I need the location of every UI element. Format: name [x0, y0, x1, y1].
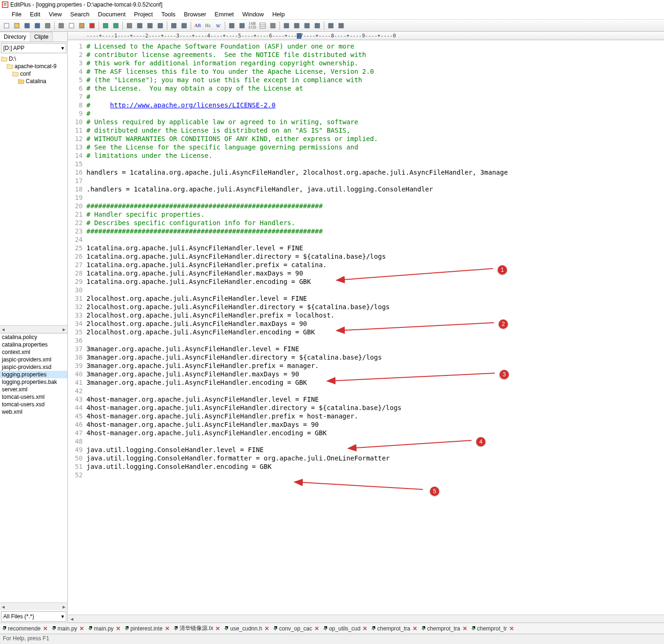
- file-tomcat-users.xml[interactable]: tomcat-users.xml: [0, 393, 67, 401]
- find-next-button[interactable]: [135, 21, 144, 30]
- undo-button[interactable]: [101, 21, 110, 30]
- find-button[interactable]: [125, 21, 134, 30]
- open-file-button[interactable]: [12, 21, 21, 30]
- menu-file[interactable]: File: [7, 10, 26, 19]
- drive-selector[interactable]: [D:] APP ▾: [1, 43, 66, 53]
- browser-button[interactable]: [336, 21, 346, 30]
- ruler-button[interactable]: [326, 21, 336, 30]
- svg-rect-7: [35, 23, 40, 28]
- close-tab-icon[interactable]: ✕: [215, 625, 220, 632]
- doc-tab-chemprot_tr[interactable]: chemprot_tr✕: [469, 624, 516, 633]
- toolbar: ABHxW1ABLCD: [0, 20, 664, 32]
- new-file-button[interactable]: [2, 21, 11, 30]
- tab-directory[interactable]: Directory: [0, 32, 30, 42]
- doc-tab-conv_op_cac[interactable]: conv_op_cac✕: [271, 624, 321, 633]
- editor-h-scrollbar[interactable]: ◄: [68, 615, 664, 623]
- svg-rect-9: [59, 23, 64, 28]
- w-web-button[interactable]: W: [214, 21, 223, 30]
- menu-document[interactable]: Document: [94, 10, 130, 19]
- doc-tab-main.py[interactable]: main.py✕: [50, 624, 86, 633]
- redo-button[interactable]: [111, 21, 121, 30]
- close-tab-icon[interactable]: ✕: [264, 625, 269, 632]
- folder-D[interactable]: D:\: [1, 55, 66, 63]
- code-editor[interactable]: # Licensed to the Apache Software Founda…: [86, 40, 664, 615]
- outdent-button[interactable]: [237, 21, 247, 30]
- delete-button[interactable]: [87, 21, 97, 30]
- menu-search[interactable]: Search: [66, 10, 93, 19]
- file-server.xml[interactable]: server.xml: [0, 386, 67, 393]
- copy-button[interactable]: [67, 21, 76, 30]
- replace-button[interactable]: [145, 21, 155, 30]
- file-web.xml[interactable]: web.xml: [0, 408, 67, 416]
- hx-hex-button[interactable]: Hx: [203, 21, 213, 30]
- filelist-scrollbar[interactable]: ◄►: [0, 602, 67, 610]
- save-button[interactable]: [22, 21, 32, 30]
- close-tab-icon[interactable]: ✕: [314, 625, 319, 632]
- file-list[interactable]: catalina.policycatalina.propertiescontex…: [0, 333, 67, 602]
- print-button[interactable]: [43, 21, 52, 30]
- title-bar: EditPlus - [logging.properties - D:\apac…: [0, 0, 664, 9]
- close-tab-icon[interactable]: ✕: [413, 625, 417, 632]
- svg-rect-13: [103, 23, 108, 28]
- app-icon: [2, 1, 8, 8]
- menu-help[interactable]: Help: [268, 10, 289, 19]
- indent-button[interactable]: [227, 21, 236, 30]
- file-jaspic-providers.xsd[interactable]: jaspic-providers.xsd: [0, 363, 67, 371]
- lcd-button[interactable]: [258, 21, 267, 30]
- folder-conf[interactable]: conf: [1, 70, 66, 78]
- doc-tab-清华镜像源.tx[interactable]: 清华镜像源.tx✕: [171, 623, 222, 633]
- close-tab-icon[interactable]: ✕: [509, 625, 514, 632]
- annotation-marker-4: 4: [476, 437, 486, 446]
- close-tab-icon[interactable]: ✕: [165, 625, 170, 632]
- menu-edit[interactable]: Edit: [26, 10, 44, 19]
- show-tabs-button[interactable]: [292, 21, 301, 30]
- menu-browser[interactable]: Browser: [180, 10, 211, 19]
- folder-Catalina[interactable]: Catalina: [1, 78, 66, 85]
- close-tab-icon[interactable]: ✕: [463, 625, 467, 632]
- menu-emmet[interactable]: Emmet: [210, 10, 238, 19]
- menu-view[interactable]: View: [44, 10, 66, 19]
- modified-icon: [421, 626, 426, 631]
- save-all-button[interactable]: [33, 21, 42, 30]
- file-catalina.policy[interactable]: catalina.policy: [0, 333, 67, 341]
- show-spaces-button[interactable]: [313, 21, 322, 30]
- doc-tab-use_cudnn.h[interactable]: use_cudnn.h✕: [222, 624, 271, 633]
- svg-rect-26: [271, 23, 275, 28]
- doc-tab-pinterest.inte[interactable]: pinterest.inte✕: [122, 624, 171, 633]
- close-tab-icon[interactable]: ✕: [116, 625, 121, 632]
- file-filter[interactable]: All Files (*.*) ▾: [1, 611, 66, 622]
- file-tomcat-users.xsd[interactable]: tomcat-users.xsd: [0, 401, 67, 408]
- modified-icon: [471, 626, 476, 631]
- folder-apache-tomcat-9[interactable]: apache-tomcat-9: [1, 63, 66, 70]
- tab-cliptext[interactable]: Clipte: [30, 32, 53, 42]
- cut-button[interactable]: [57, 21, 66, 30]
- file-jaspic-providers.xml[interactable]: jaspic-providers.xml: [0, 356, 67, 363]
- show-eol-button[interactable]: [302, 21, 312, 30]
- doc-tab-op_utils_cud[interactable]: op_utils_cud✕: [321, 624, 369, 633]
- go-to-button[interactable]: [156, 21, 165, 30]
- 1ab-button[interactable]: 1ABLCD: [248, 21, 257, 30]
- word-wrap-button[interactable]: [179, 21, 189, 30]
- doc-tab-chemprot_tra[interactable]: chemprot_tra✕: [419, 624, 469, 633]
- close-tab-icon[interactable]: ✕: [79, 625, 84, 632]
- file-logging.properties.bak[interactable]: logging.properties.bak: [0, 378, 67, 386]
- file-context.xml[interactable]: context.xml: [0, 348, 67, 356]
- file-catalina.properties[interactable]: catalina.properties: [0, 341, 67, 348]
- folder-tree[interactable]: D:\apache-tomcat-9confCatalina: [0, 54, 67, 325]
- ab-text-button[interactable]: AB: [193, 21, 202, 30]
- tree-scrollbar[interactable]: ◄►: [0, 325, 67, 333]
- menu-tools[interactable]: Tools: [157, 10, 179, 19]
- doc-tab-main.py[interactable]: main.py✕: [86, 624, 122, 633]
- column-sel-button[interactable]: [282, 21, 291, 30]
- file-logging.properties[interactable]: logging.properties: [0, 371, 67, 378]
- modified-icon: [371, 626, 376, 631]
- gear-button[interactable]: [268, 21, 278, 30]
- menu-window[interactable]: Window: [238, 10, 268, 19]
- close-tab-icon[interactable]: ✕: [363, 625, 367, 632]
- menu-project[interactable]: Project: [130, 10, 157, 19]
- paste-button[interactable]: [77, 21, 86, 30]
- doc-tab-chemprot_tra[interactable]: chemprot_tra✕: [369, 624, 419, 633]
- doc-tab-recommende[interactable]: recommende✕: [0, 624, 50, 633]
- spell-button[interactable]: [169, 21, 178, 30]
- close-tab-icon[interactable]: ✕: [43, 625, 48, 632]
